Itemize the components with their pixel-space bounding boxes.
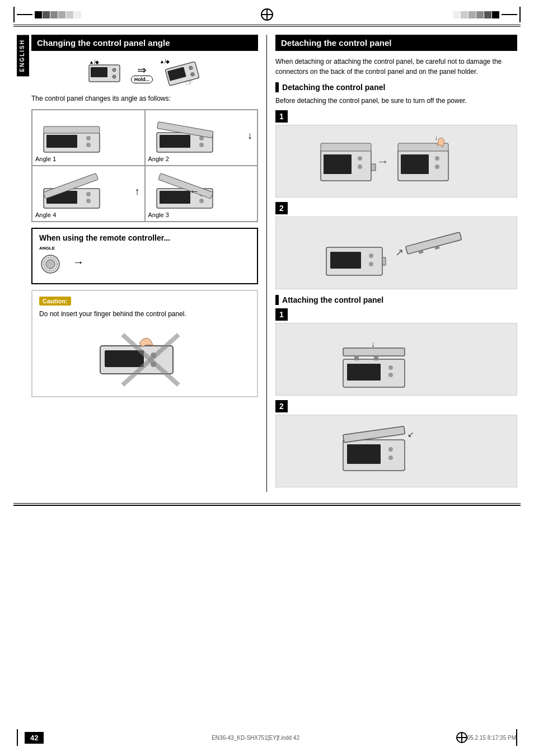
attach-sub-header: Attaching the control panel (275, 295, 517, 305)
detach-step-2-num: 2 (275, 202, 288, 214)
vert-reg-line (13, 7, 15, 22)
angle-4-diagram (35, 169, 125, 214)
svg-rect-17 (160, 135, 190, 148)
color-block-r3 (469, 11, 476, 18)
svg-text:↓: ↓ (434, 134, 438, 142)
svg-rect-15 (44, 126, 100, 133)
color-block-4 (58, 11, 65, 18)
attach-step-2: 2 ↙ (275, 400, 517, 487)
svg-rect-57 (382, 257, 386, 265)
detach-step-2: 2 (275, 202, 517, 289)
color-block-2 (43, 11, 50, 18)
detach-intro: Before detaching the control panel, be s… (275, 96, 517, 106)
svg-rect-54 (330, 252, 361, 269)
caution-label: Caution: (39, 297, 71, 306)
bottom-crosshair (456, 732, 467, 743)
sidebar-english-label: ENGLISH (17, 35, 29, 76)
svg-text:↗: ↗ (395, 247, 404, 258)
right-horiz-line (502, 14, 517, 15)
detach-step-1-num: 1 (275, 110, 288, 123)
hold-illustration: ▲/◆ ⇒ Hold... (31, 57, 258, 90)
angle-cell-3: ← Angle 3 (145, 166, 258, 222)
svg-rect-63 (347, 364, 381, 381)
svg-rect-41 (324, 154, 352, 174)
svg-point-56 (369, 262, 373, 266)
page-number: 42 (25, 732, 44, 744)
color-block-r4 (476, 11, 484, 18)
detach-step-1-svg: → ↓ (312, 128, 480, 195)
svg-rect-68 (374, 356, 378, 360)
svg-point-23 (86, 192, 91, 196)
svg-text:☞: ☞ (185, 78, 193, 87)
detach-step-1-diagram: → ↓ (275, 125, 517, 198)
device-icon-tilted: ☞ ▲/◆ (158, 57, 203, 90)
angle-1-diagram (35, 113, 125, 158)
svg-rect-67 (354, 356, 359, 360)
color-block-6 (74, 11, 81, 18)
bottom-vert-line (17, 729, 18, 746)
svg-rect-44 (321, 143, 371, 151)
caution-svg (89, 323, 201, 391)
top-rule-1 (13, 25, 521, 25)
angle-4-arrow: ↑ (135, 186, 140, 198)
remote-row: ANGLE → (39, 246, 250, 279)
caution-diagram (39, 323, 250, 391)
svg-rect-27 (160, 191, 190, 204)
svg-point-55 (369, 253, 373, 258)
footer-file: EN36-43_KD-SHX751[EY]f.indd 42 (55, 735, 456, 741)
color-block-r5 (484, 11, 491, 18)
attach-step-2-num: 2 (275, 400, 288, 412)
bottom-rule-1 (13, 503, 521, 504)
svg-rect-71 (347, 444, 381, 464)
color-block-5 (66, 11, 73, 18)
detach-sub-header: Detaching the control panel (275, 82, 517, 92)
attach-step-1: 1 (275, 308, 517, 396)
color-block-r2 (461, 11, 468, 18)
angle-intro-text: The control panel changes its angle as f… (31, 93, 258, 104)
horiz-reg-line (17, 14, 32, 15)
attach-step-2-svg: ↙ (312, 420, 480, 482)
svg-point-72 (388, 447, 393, 452)
svg-rect-48 (401, 154, 429, 174)
angle-cell-1: Angle 1 (32, 110, 145, 166)
remote-button-svg (39, 252, 67, 277)
svg-point-19 (199, 143, 204, 147)
color-block-r6 (492, 11, 499, 18)
svg-point-3 (113, 75, 116, 78)
right-vert-line (519, 7, 521, 22)
svg-point-14 (86, 143, 91, 147)
color-block-3 (50, 11, 58, 18)
svg-rect-66 (343, 348, 405, 356)
color-block-r1 (453, 11, 460, 18)
svg-point-32 (46, 260, 55, 269)
angle-1-label: Angle 1 (35, 156, 56, 162)
angle-3-arrow: ← (189, 186, 199, 198)
angle-cell-4: ↑ Angle 4 (32, 166, 145, 222)
left-color-blocks (35, 11, 81, 18)
svg-point-49 (435, 156, 439, 161)
svg-point-2 (113, 68, 116, 72)
svg-rect-35 (105, 350, 144, 367)
attach-header-bar (275, 295, 279, 305)
caution-text: Do not insert your finger behind the con… (39, 309, 250, 319)
page: ENGLISH Changing the control panel angle… (0, 0, 534, 756)
svg-point-42 (358, 156, 362, 161)
footer-date: 05.2.15 8:17:35 PM (467, 735, 516, 741)
angle-3-label: Angle 3 (148, 212, 169, 218)
left-panel: ENGLISH Changing the control panel angle… (17, 35, 267, 492)
svg-point-50 (435, 165, 439, 169)
angle-4-label: Angle 4 (35, 212, 56, 218)
hold-label: Hold... (131, 76, 153, 83)
top-registration-marks (0, 0, 534, 22)
svg-text:↓: ↓ (371, 340, 375, 349)
svg-point-64 (388, 365, 393, 370)
svg-point-43 (358, 165, 362, 169)
right-section-title: Detaching the control panel (275, 35, 517, 51)
attach-title: Attaching the control panel (282, 295, 383, 304)
svg-rect-58 (406, 232, 462, 254)
right-intro-text: When detaching or attaching the control … (275, 57, 517, 77)
svg-point-73 (388, 456, 393, 460)
angle-2-label: Angle 2 (148, 156, 169, 162)
detach-step-2-diagram: ↗ (275, 217, 517, 289)
angle-cell-2: ↓ Angle 2 (145, 110, 258, 166)
